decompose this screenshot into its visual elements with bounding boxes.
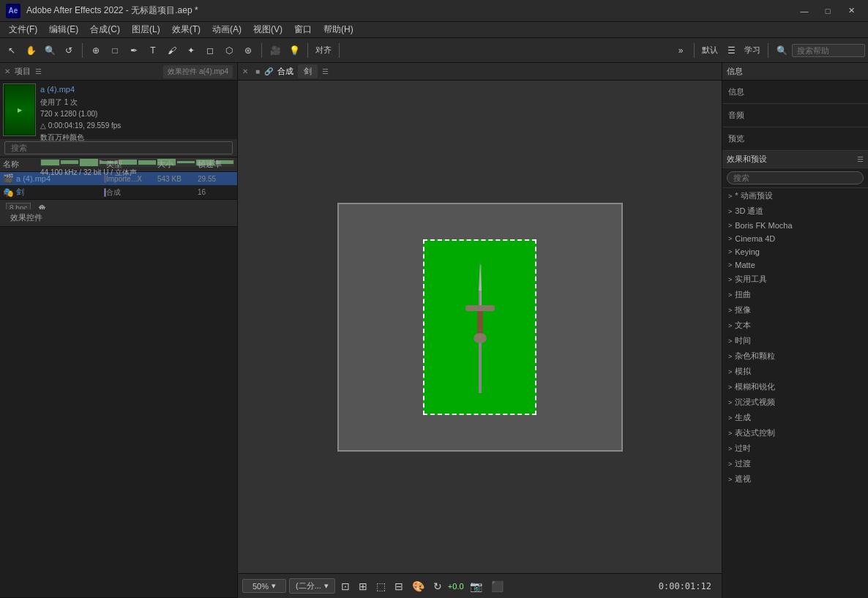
menu-composition[interactable]: 合成(C) [84, 22, 126, 37]
effect-cat-13[interactable]: > 模糊和锐化 [722, 379, 868, 395]
title-bar-controls[interactable]: — □ ✕ [793, 4, 862, 18]
comp-bottom-toolbar: 50% ▾ (二分... ▾ ⊡ ⊞ ⬚ ⊟ 🎨 ↻ +0.0 📷 ⬛ 0:00… [238, 573, 722, 598]
preview-resolution: 720 x 1280 (1.00) [40, 108, 234, 120]
menu-animation[interactable]: 动画(A) [206, 22, 247, 37]
cat-label-7: 扭曲 [735, 289, 751, 300]
col-header-name[interactable]: 名称 [3, 159, 98, 170]
item-type-1: 合成 [106, 187, 157, 198]
effects-control-tab[interactable]: 效果控件 [4, 211, 48, 225]
study-label: 学习 [741, 45, 763, 56]
rotate-tool[interactable]: ↺ [60, 42, 78, 59]
col-header-fps[interactable]: 帧速率 [198, 159, 234, 170]
col-header-type[interactable]: 类型 [106, 159, 157, 170]
effect-cat-19[interactable]: > 遮视 [722, 471, 868, 487]
hand-tool[interactable]: ✋ [22, 42, 40, 59]
project-close-icon[interactable]: ✕ [4, 67, 10, 75]
maximize-button[interactable]: □ [817, 4, 839, 18]
tool-separator-5 [694, 43, 695, 58]
effect-cat-5[interactable]: > Matte [722, 258, 868, 272]
effect-cat-3[interactable]: > Cinema 4D [722, 232, 868, 245]
comp-menu-icon[interactable]: ☰ [322, 67, 329, 75]
fit-comp-btn[interactable]: ⊡ [338, 579, 353, 594]
comp-close-icon[interactable]: ✕ [242, 67, 248, 75]
effect-cat-6[interactable]: > 实用工具 [722, 272, 868, 287]
effect-cat-10[interactable]: > 时间 [722, 333, 868, 348]
align-label: 对齐 [313, 45, 334, 56]
project-search-input[interactable] [4, 141, 233, 154]
menu-file[interactable]: 文件(F) [3, 22, 43, 37]
menu-view[interactable]: 视图(V) [247, 22, 288, 37]
camera-tool[interactable]: 🎥 [266, 42, 284, 59]
selection-tool[interactable]: ↖ [3, 42, 20, 59]
info-section: 信息 [722, 81, 868, 104]
close-button[interactable]: ✕ [840, 4, 862, 18]
menu-help[interactable]: 帮助(H) [318, 22, 359, 37]
comp-canvas-green [423, 239, 536, 415]
text-tool[interactable]: T [144, 42, 162, 59]
effect-cat-8[interactable]: > 抠像 [722, 302, 868, 318]
quality-dropdown[interactable]: (二分... ▾ [289, 578, 335, 594]
tool-separator-4 [339, 43, 340, 58]
pen-tool[interactable]: ✒ [125, 42, 143, 59]
ae-logo: Ae [6, 4, 20, 18]
search-icon[interactable]: 🔍 [773, 42, 790, 59]
audio-section-title[interactable]: 音频 [722, 107, 868, 124]
clone-tool[interactable]: ✦ [182, 42, 200, 59]
effect-cat-7[interactable]: > 扭曲 [722, 287, 868, 302]
effect-cat-4[interactable]: > Keying [722, 245, 868, 258]
expand-btn[interactable]: » [672, 42, 689, 59]
effect-cat-1[interactable]: > 3D 通道 [722, 203, 868, 219]
snapshot-btn[interactable]: 📷 [467, 579, 485, 594]
effect-cat-11[interactable]: > 杂色和颗粒 [722, 348, 868, 364]
region-btn[interactable]: ⬚ [373, 579, 389, 594]
effects-presets-menu-icon[interactable]: ☰ [857, 155, 864, 163]
project-item-0[interactable]: 🎬 a (4).mp4 Importe...X 543 KB 29.55 [0, 172, 237, 185]
effect-cat-17[interactable]: > 过时 [722, 441, 868, 456]
effect-cat-18[interactable]: > 过渡 [722, 456, 868, 471]
cat-arrow-11: > [728, 353, 732, 360]
effect-cat-16[interactable]: > 表达式控制 [722, 425, 868, 441]
effects-search-input[interactable] [727, 171, 864, 184]
menu-edit[interactable]: 编辑(E) [43, 22, 84, 37]
col-header-size[interactable]: 大小 [157, 159, 198, 170]
anchor-tool[interactable]: ⊕ [87, 42, 105, 59]
quality-label: (二分... [296, 580, 321, 591]
menu-icon[interactable]: ☰ [722, 42, 740, 59]
preview-section-title[interactable]: 预览 [722, 130, 868, 147]
grid-btn[interactable]: ⊟ [392, 579, 406, 594]
menu-window[interactable]: 窗口 [288, 22, 318, 37]
color-mgmt-btn[interactable]: 🎨 [409, 579, 427, 594]
toggle-mask-btn[interactable]: ⊞ [356, 579, 370, 594]
light-tool[interactable]: 💡 [285, 42, 303, 59]
zoom-dropdown[interactable]: 50% ▾ [242, 579, 286, 593]
effects-control-header: 效果控件 [0, 209, 237, 227]
snapshot-view-btn[interactable]: ⬛ [488, 579, 506, 594]
project-effects-tab[interactable]: 效果控件 a(4).mp4 [163, 65, 233, 78]
project-item-1[interactable]: 🎭 剑 合成 16 [0, 185, 237, 199]
search-help-input[interactable] [792, 44, 865, 57]
effect-cat-9[interactable]: > 文本 [722, 318, 868, 333]
eraser-tool[interactable]: ◻ [201, 42, 219, 59]
zoom-tool[interactable]: 🔍 [41, 42, 59, 59]
effect-cat-12[interactable]: > 模拟 [722, 364, 868, 379]
info-section-title[interactable]: 信息 [722, 83, 868, 100]
effect-cat-14[interactable]: > 沉浸式视频 [722, 395, 868, 410]
effect-cat-0[interactable]: > * 动画预设 [722, 188, 868, 203]
effects-presets-title: 效果和预设 [727, 154, 767, 165]
minimize-button[interactable]: — [793, 4, 815, 18]
refresh-btn[interactable]: ↻ [430, 579, 445, 594]
effect-cat-15[interactable]: > 生成 [722, 410, 868, 425]
right-panel: 信息 信息 音频 预览 效果和预设 ☰ > * 动画预设 > 3D 通道 [722, 63, 868, 598]
effect-cat-2[interactable]: > Boris FK Mocha [722, 219, 868, 232]
menu-layer[interactable]: 图层(L) [126, 22, 166, 37]
cat-arrow-10: > [728, 337, 732, 345]
shape-tool-rect[interactable]: □ [106, 42, 124, 59]
roto-tool[interactable]: ⬡ [220, 42, 238, 59]
puppet-tool[interactable]: ⊛ [239, 42, 257, 59]
menu-bar: 文件(F) 编辑(E) 合成(C) 图层(L) 效果(T) 动画(A) 视图(V… [0, 22, 868, 38]
brush-tool[interactable]: 🖌 [163, 42, 181, 59]
project-menu-icon[interactable]: ☰ [35, 67, 42, 75]
menu-effect[interactable]: 效果(T) [166, 22, 206, 37]
comp-label-tab[interactable]: 剑 [298, 64, 318, 78]
item-size-0: 543 KB [157, 175, 198, 183]
